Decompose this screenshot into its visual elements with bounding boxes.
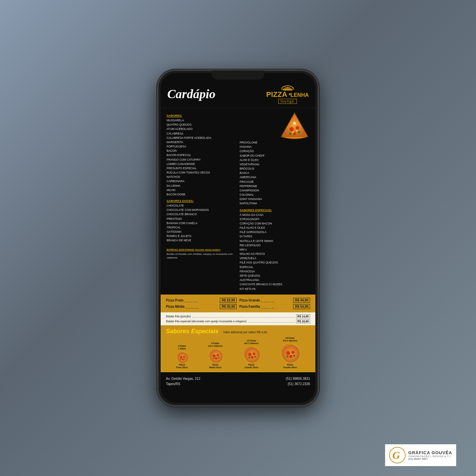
batata-section: Batata frita (porção) R$ 14,90 Batata fr…	[161, 312, 315, 325]
list-item: PRESTÍGIO	[167, 217, 236, 221]
list-item: RÚCULA COM TOMATES SECOS	[167, 171, 236, 175]
pizza-size-item: 4 Fatias1 Sabor PIZZAPrato 25cm	[176, 345, 188, 369]
header-logo: PIZZA ᵃLENHA lounge	[266, 84, 309, 104]
list-item: BASCA	[240, 171, 309, 175]
list-item: PRESUNTO ESPECIAL	[167, 166, 236, 171]
list-item: HAVAINA	[240, 145, 309, 149]
list-item: CALABRESA FORTE ACEBOLADA	[167, 136, 236, 140]
prices-section: Pizza Prato _ _ _ _ _ R$ 22,90 Pizza Gra…	[161, 295, 315, 312]
price-label: Pizza Prato	[166, 298, 183, 302]
svg-point-33	[287, 355, 289, 357]
pizza-image-area	[280, 111, 309, 141]
list-item: VEGETARIANA	[240, 162, 309, 167]
svg-point-4	[296, 126, 299, 130]
menu-content: SABORES: MUSSARELAQUATRO QUEIJOSATUM ACE…	[161, 108, 315, 295]
list-item: NATCHOS	[167, 175, 236, 179]
pizza-circle	[243, 346, 260, 363]
pizza-size-item: 12 FatiasAté 3 Sabores PIZZAGrande 35cm	[243, 339, 260, 369]
grafica-phone: (51) 99267.5527	[408, 457, 452, 460]
especiais-footer-title: Sabores Especiais	[166, 328, 218, 335]
list-item: FRANCESA	[240, 269, 309, 274]
list-item: FRICASSÊ	[240, 180, 309, 184]
oven-icon	[280, 84, 295, 91]
list-item: CARBONARA	[167, 179, 236, 183]
price-item: Pizza Grande _ _ _ _ _ R$ 44,90	[239, 298, 310, 303]
svg-point-12	[180, 356, 182, 358]
col-left: SABORES: MUSSARELAQUATRO QUEIJOSATUM ACE…	[167, 111, 236, 291]
pizza-circle	[280, 343, 300, 363]
sabores-especiais-title: SABORES ESPECIAIS:	[240, 209, 309, 212]
list-item: MUSSARELA	[167, 118, 236, 123]
list-item: NAPOLITANA	[240, 201, 309, 206]
list-item: À MODA DA CASA	[240, 213, 309, 217]
list-item: BACON DONE	[167, 192, 236, 197]
svg-point-25	[252, 352, 255, 355]
menu-container[interactable]: Cardápio PIZZA ᵃLEN	[161, 73, 315, 403]
svg-point-34	[293, 355, 295, 357]
list-item: BRÓCOLIS	[240, 167, 309, 171]
phone-frame: Cardápio PIZZA ᵃLEN	[157, 69, 319, 407]
pizza-circle	[176, 351, 188, 363]
price-item: Pizza Família _ _ _ _ _ R$ 54,90	[239, 304, 310, 309]
list-item: SABOR DO CHEFF	[240, 154, 309, 158]
batata-label: Batata frita (porção)	[166, 315, 191, 318]
list-item: COLONIAL	[240, 193, 309, 197]
list-item: CORAÇÃO	[240, 149, 309, 153]
batata-item: Batata frita especial (decorada com quei…	[166, 319, 310, 323]
list-item: PEPPERONE	[240, 184, 309, 188]
svg-point-32	[289, 355, 293, 358]
batata-dots	[192, 315, 295, 318]
pizza-circle	[208, 348, 223, 363]
sabores-doces-title: SABORES DOCES:	[167, 199, 236, 203]
price-value: R$ 54,90	[293, 304, 310, 309]
svg-point-20	[215, 357, 217, 359]
svg-point-10	[296, 130, 298, 132]
list-item: BACON	[167, 149, 236, 153]
bordas-title: BORDAS ADICIONAIS (exceto pizza prato):	[167, 248, 236, 251]
pizza-size-fatias: 12 FatiasAté 3 Sabores	[244, 339, 258, 345]
price-value: R$ 44,90	[293, 298, 310, 303]
list-item: KIT KETLYN	[240, 287, 309, 291]
list-item: LOMBO CANADENSE	[167, 162, 236, 166]
logo-lounge: lounge	[278, 99, 297, 104]
address-block: Av. Getúlio Vargas, 212 Tapes/RS	[166, 376, 200, 387]
list-item: AUSTRALIANA	[240, 278, 309, 282]
list-item: FILÉ ALHO E ÓLEO	[240, 226, 309, 230]
address-line2: Tapes/RS	[166, 381, 200, 387]
list-item: VENEZUELA	[240, 256, 309, 260]
especiais-footer-section: Sabores Especiais Valor adicional por sa…	[161, 325, 315, 372]
price-value: R$ 22,90	[220, 298, 237, 303]
logo-lenha: ᵃLENHA	[289, 92, 309, 98]
grafica-logo: G GRÁFICA GOUVÊA COMUNICAÇÃO I DESIGN & …	[385, 444, 456, 466]
svg-point-14	[182, 358, 184, 360]
col-right-wrapper: PROVOLONEHAVAINACORAÇÃOSABOR DO CHEFFALH…	[240, 111, 309, 291]
batata-dots	[248, 320, 295, 323]
svg-point-6	[289, 133, 291, 135]
list-item: PORTUGUESA	[167, 144, 236, 149]
list-item: BANANA COM CANELA	[167, 221, 236, 225]
list-item: ALHO E ÓLEO	[240, 158, 309, 162]
batata-item: Batata frita (porção) R$ 14,90	[166, 314, 310, 318]
list-item: FILÉ AOS QUATRO QUEIJOS	[240, 260, 309, 265]
list-item: AMERICANA	[240, 175, 309, 179]
list-item: CHAMPIGNON	[240, 188, 309, 193]
svg-point-26	[251, 356, 254, 359]
list-item: BACON ESPECIAL	[167, 153, 236, 157]
list-item: CORAÇÃO COM BACON	[240, 221, 309, 226]
list-item: BRANCA DE NEVE	[167, 238, 236, 243]
svg-point-19	[216, 354, 218, 356]
price-dots: _ _ _ _ _	[261, 305, 292, 308]
list-item: ATUM ACEBOLADO	[167, 127, 236, 131]
logo-pizza: PIZZA	[266, 91, 287, 98]
svg-point-3	[290, 127, 294, 132]
price-dots: _ _ _ _ _	[184, 298, 219, 302]
pizza-size-fatias: 16 FatiasAté 4 Sabores	[283, 337, 297, 342]
list-item: CHOCOATE BRANCO C/ NOZES	[240, 282, 309, 287]
pizza-size-item: 8 FatiasAté 2 Sabores PIZZAMédia 30cm	[208, 342, 223, 369]
grafica-text-block: GRÁFICA GOUVÊA COMUNICAÇÃO I DESIGN & T.…	[408, 450, 452, 460]
batata-price: R$ 14,90	[296, 314, 310, 318]
svg-point-30	[286, 351, 290, 355]
phone-wrapper: Cardápio PIZZA ᵃLEN	[152, 64, 324, 412]
pizza-size-fatias: 4 Fatias1 Sabor	[178, 345, 186, 350]
list-item: MM´s	[240, 248, 309, 252]
